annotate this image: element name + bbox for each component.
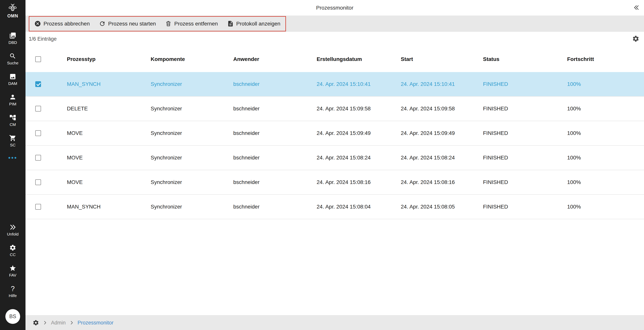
- cell-anwender: bschneider: [233, 155, 317, 161]
- sidebar-item-label: DBD: [8, 40, 17, 45]
- omn-logo[interactable]: OMN: [7, 0, 18, 18]
- list-info-bar: 1/6 Einträge: [26, 32, 644, 46]
- table-row[interactable]: MAN_SYNCH Synchronizer bschneider 24. Ap…: [26, 195, 644, 219]
- cell-prozesstyp: MAN_SYNCH: [67, 204, 151, 210]
- breadcrumb-current-page[interactable]: Prozessmonitor: [78, 320, 114, 326]
- cell-anwender: bschneider: [233, 106, 317, 112]
- select-all-checkbox[interactable]: [35, 56, 41, 62]
- cell-status: FINISHED: [483, 130, 567, 136]
- cell-fortschritt: 100%: [567, 130, 644, 136]
- cell-prozesstyp: MAN_SYNCH: [67, 81, 151, 87]
- cell-status: FINISHED: [483, 204, 567, 210]
- toolbar: Prozess abbrechen Prozess neu starten Pr…: [26, 16, 644, 32]
- column-header-anwender[interactable]: Anwender: [233, 56, 317, 62]
- annotation-highlight-box: Prozess abbrechen Prozess neu starten Pr…: [29, 16, 286, 32]
- logo-label: OMN: [7, 14, 18, 18]
- cell-status: FINISHED: [483, 106, 567, 112]
- column-header-erstellungsdatum[interactable]: Erstellungsdatum: [317, 56, 401, 62]
- sidebar-item-dam[interactable]: DAM: [8, 73, 17, 86]
- sidebar-item-label: CC: [10, 252, 16, 257]
- question-icon: ?: [11, 285, 14, 292]
- sidebar-item-pim[interactable]: PIM: [9, 94, 16, 106]
- cell-start: 24. Apr. 2024 15:08:24: [401, 155, 483, 161]
- select-all-cell: [35, 56, 67, 62]
- table-header-row: Prozesstyp Kompomente Anwender Erstellun…: [26, 46, 644, 72]
- cell-erstellungsdatum: 24. Apr. 2024 15:08:16: [317, 179, 401, 185]
- table-row[interactable]: MOVE Synchronizer bschneider 24. Apr. 20…: [26, 170, 644, 195]
- person-icon: [9, 94, 16, 100]
- table-row[interactable]: MAN_SYNCH Synchronizer bschneider 24. Ap…: [26, 72, 644, 96]
- cell-erstellungsdatum: 24. Apr. 2024 15:08:24: [317, 155, 401, 161]
- column-header-kompomente[interactable]: Kompomente: [151, 56, 233, 62]
- sidebar-item-label: Unfold: [7, 232, 18, 236]
- cell-fortschritt: 100%: [567, 155, 644, 161]
- image-icon: [9, 73, 16, 80]
- cell-fortschritt: 100%: [567, 106, 644, 112]
- cell-erstellungsdatum: 24. Apr. 2024 15:09:49: [317, 130, 401, 136]
- row-checkbox[interactable]: [35, 204, 41, 210]
- show-protocol-button[interactable]: Protokoll anzeigen: [227, 20, 280, 27]
- row-checkbox[interactable]: [35, 130, 41, 136]
- cart-icon: [9, 134, 16, 142]
- cell-start: 24. Apr. 2024 15:08:05: [401, 204, 483, 210]
- column-header-prozesstyp[interactable]: Prozesstyp: [67, 56, 151, 62]
- cell-prozesstyp: MOVE: [67, 179, 151, 185]
- sidebar-item-fav[interactable]: FAV: [9, 265, 16, 278]
- sidebar-item-sc[interactable]: SC: [9, 134, 16, 147]
- row-checkbox[interactable]: [35, 81, 41, 87]
- page-title: Prozessmonitor: [316, 5, 354, 11]
- cell-erstellungsdatum: 24. Apr. 2024 15:09:58: [317, 106, 401, 112]
- chevron-right-icon: [42, 320, 48, 325]
- cell-erstellungsdatum: 24. Apr. 2024 15:10:41: [317, 81, 401, 87]
- breadcrumb: Admin Prozessmonitor: [26, 315, 644, 330]
- gear-icon: [632, 35, 640, 43]
- sidebar-item-unfold[interactable]: Unfold: [7, 224, 18, 236]
- cell-anwender: bschneider: [233, 204, 317, 210]
- table-row[interactable]: MOVE Synchronizer bschneider 24. Apr. 20…: [26, 146, 644, 170]
- row-checkbox[interactable]: [35, 155, 41, 160]
- sidebar-item-label: FAV: [9, 273, 16, 278]
- sidebar-item-hilfe[interactable]: ? Hilfe: [8, 285, 17, 298]
- cell-status: FINISHED: [483, 81, 567, 87]
- bee-icon: [8, 3, 17, 13]
- document-icon: [227, 20, 234, 27]
- sidebar-item-cm[interactable]: CM: [9, 114, 16, 127]
- gear-icon[interactable]: [32, 320, 39, 326]
- double-chevron-right-icon: [9, 224, 16, 231]
- cell-kompomente: Synchronizer: [151, 81, 233, 87]
- row-checkbox[interactable]: [35, 106, 41, 112]
- cancel-process-button[interactable]: Prozess abbrechen: [34, 20, 90, 27]
- cell-prozesstyp: MOVE: [67, 155, 151, 161]
- sidebar-item-label: PIM: [9, 102, 16, 106]
- column-header-status[interactable]: Status: [483, 56, 567, 62]
- sidebar-more-button[interactable]: •••: [8, 156, 18, 160]
- breadcrumb-admin-link[interactable]: Admin: [51, 320, 66, 326]
- double-chevron-left-icon: [633, 4, 640, 11]
- sidebar-item-cc[interactable]: CC: [9, 244, 16, 257]
- user-avatar[interactable]: BS: [5, 309, 20, 324]
- button-label: Protokoll anzeigen: [236, 21, 280, 27]
- column-header-start[interactable]: Start: [401, 56, 483, 62]
- sidebar-item-label: Suche: [7, 61, 18, 65]
- cell-anwender: bschneider: [233, 130, 317, 136]
- sidebar-item-suche[interactable]: Suche: [7, 52, 18, 65]
- row-checkbox[interactable]: [35, 179, 41, 185]
- cell-kompomente: Synchronizer: [151, 130, 233, 136]
- cell-kompomente: Synchronizer: [151, 179, 233, 185]
- cell-start: 24. Apr. 2024 15:08:16: [401, 179, 483, 185]
- column-header-fortschritt[interactable]: Fortschritt: [567, 56, 644, 62]
- collapse-panel-button[interactable]: [633, 4, 640, 11]
- sidebar-item-label: SC: [10, 143, 16, 147]
- table-row[interactable]: DELETE Synchronizer bschneider 24. Apr. …: [26, 96, 644, 121]
- remove-process-button[interactable]: Prozess entfernen: [165, 20, 218, 27]
- refresh-icon: [99, 20, 106, 27]
- table-row[interactable]: MOVE Synchronizer bschneider 24. Apr. 20…: [26, 121, 644, 146]
- cell-prozesstyp: MOVE: [67, 130, 151, 136]
- sidebar-item-dbd[interactable]: DBD: [8, 32, 17, 45]
- entries-count: 1/6 Einträge: [29, 36, 57, 42]
- table-settings-button[interactable]: [632, 35, 640, 43]
- chevron-right-icon: [69, 320, 74, 325]
- ellipsis-icon: •••: [8, 154, 18, 161]
- restart-process-button[interactable]: Prozess neu starten: [99, 20, 156, 27]
- cell-kompomente: Synchronizer: [151, 204, 233, 210]
